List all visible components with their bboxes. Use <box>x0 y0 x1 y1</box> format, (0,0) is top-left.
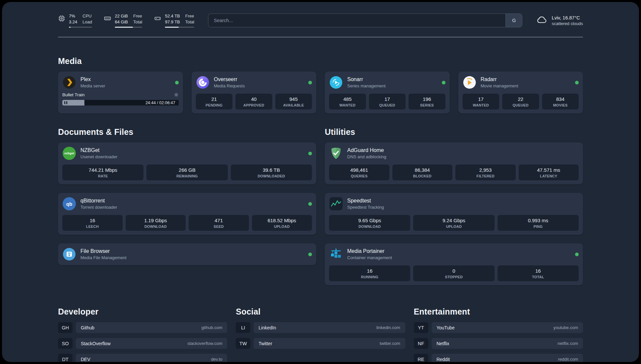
stat-tile: 0.993 ms PING <box>498 215 579 231</box>
utilities-section: Utilities AdGuard Home <box>325 127 583 285</box>
service-link-portainer[interactable]: Media Portainer Container management <box>329 247 579 261</box>
bookmark-netflix[interactable]: NF Netflix netflix.com <box>414 338 583 349</box>
stat-tile: 744.21 Mbps RATE <box>62 165 143 180</box>
service-name: Sonarr <box>347 76 385 82</box>
search-provider-button[interactable]: G <box>505 14 522 27</box>
status-dot <box>308 202 312 206</box>
bookmark-domain: linkedin.com <box>376 325 400 330</box>
service-name: Plex <box>80 76 105 82</box>
weather-condition: scattered clouds <box>552 21 583 26</box>
service-card-nzbget: nzbget NZBGet Usenet downloader 744.21 M… <box>58 142 316 184</box>
disk-progress-track <box>165 27 194 28</box>
service-name: Radarr <box>481 76 518 82</box>
bookmark-group-entertainment: Entertainment YT YouTube youtube.com NF … <box>414 307 583 362</box>
stat-tile: 47.571 ms LATENCY <box>519 165 579 180</box>
service-card-filebrowser: File Browser Media File Management <box>58 243 316 265</box>
search-input[interactable] <box>208 14 505 27</box>
service-link-speedtest[interactable]: Speedtest Speedtest Tracking <box>329 197 579 211</box>
service-link-qbittorrent[interactable]: qb qBittorrent Torrent downloader <box>62 197 312 211</box>
resource-widgets: 7% 3.24 CPU Load <box>58 13 194 28</box>
memory-progress-fill <box>115 27 133 28</box>
bookmark-abbr: NF <box>414 338 428 349</box>
status-dot <box>308 253 312 256</box>
disk-widget: 52.4 TB 97.9 TB Free Total <box>154 13 194 28</box>
disk-total-label: Total <box>185 19 194 25</box>
service-link-radarr[interactable]: Radarr Movie management <box>463 76 579 89</box>
bookmark-abbr: GH <box>58 322 73 333</box>
weather-widget: Lviv, 16.87°C scattered clouds <box>536 14 583 27</box>
cpu-load-value: 3.24 <box>69 19 77 25</box>
service-name: Overseerr <box>214 76 245 82</box>
service-card-plex: Plex Media server Bullet Train <box>58 72 183 113</box>
disk-icon <box>154 15 161 22</box>
service-link-plex[interactable]: Plex Media server <box>62 76 179 89</box>
status-dot <box>575 81 579 84</box>
bookmark-name: Github <box>81 325 94 330</box>
bookmark-name: LinkedIn <box>259 325 276 330</box>
stat-tile: 16 TOTAL <box>498 265 579 281</box>
stat-tile: 39.6 TB DOWNLOADED <box>231 165 312 180</box>
stat-tile: 2,953 FILTERED <box>455 165 516 180</box>
service-card-portainer: Media Portainer Container management 16 … <box>325 243 583 285</box>
gear-icon[interactable] <box>174 92 179 97</box>
stat-tile: 196 SERIES <box>409 94 445 109</box>
bookmark-domain: stackoverflow.com <box>187 341 222 346</box>
sonarr-icon <box>329 76 343 89</box>
stat-tile: 498,461 QUERIES <box>329 165 389 180</box>
service-subtitle: Media File Management <box>80 255 126 260</box>
speedtest-icon <box>329 197 343 211</box>
stat-tile: 471 SEED <box>189 215 249 231</box>
bookmark-domain: netflix.com <box>558 341 578 346</box>
cpu-progress-fill <box>69 27 71 28</box>
bookmark-domain: dev.to <box>211 357 222 362</box>
bookmark-domain: twitter.com <box>380 341 400 346</box>
bookmark-domain: reddit.com <box>558 357 578 362</box>
memory-free-value: 22 GiB <box>115 13 128 19</box>
disk-progress-fill <box>165 27 179 28</box>
bookmark-stackoverflow[interactable]: SO StackOverflow stackoverflow.com <box>58 338 227 349</box>
bookmark-youtube[interactable]: YT YouTube youtube.com <box>414 322 583 333</box>
stat-tile: 17 QUEUED <box>369 94 406 109</box>
stat-tile: 17 WANTED <box>463 94 500 109</box>
service-link-filebrowser[interactable]: File Browser Media File Management <box>62 247 312 261</box>
service-name: NZBGet <box>80 147 117 153</box>
service-subtitle: Media server <box>80 83 105 88</box>
bookmark-github[interactable]: GH Github github.com <box>58 322 227 333</box>
stat-tile: 21 PENDING <box>196 94 233 109</box>
stat-tile: 16 LEECH <box>62 215 123 231</box>
service-subtitle: Media Requests <box>214 83 245 88</box>
weather-location: Lviv, 16.87°C <box>552 15 583 20</box>
service-link-overseerr[interactable]: Overseerr Media Requests <box>196 76 312 89</box>
bookmark-twitter[interactable]: TW Twitter twitter.com <box>236 338 405 349</box>
radarr-icon <box>463 76 476 89</box>
bookmark-domain: github.com <box>201 325 223 330</box>
bookmark-abbr: YT <box>414 322 428 333</box>
service-card-adguard: AdGuard Home DNS and adblocking 498,461 … <box>325 142 583 184</box>
service-link-nzbget[interactable]: nzbget NZBGet Usenet downloader <box>62 146 312 160</box>
overseerr-icon <box>196 76 210 89</box>
service-subtitle: DNS and adblocking <box>347 154 386 159</box>
service-name: qBittorrent <box>80 198 117 204</box>
cpu-widget: 7% 3.24 CPU Load <box>58 13 92 28</box>
service-subtitle: Series management <box>347 83 385 88</box>
bookmark-domain: youtube.com <box>554 325 578 330</box>
stat-tile: 9.65 Gbps DOWNLOAD <box>329 215 410 231</box>
developer-group-title: Developer <box>58 307 227 317</box>
service-link-adguard[interactable]: AdGuard Home DNS and adblocking <box>329 146 579 160</box>
service-link-sonarr[interactable]: Sonarr Series management <box>329 76 445 89</box>
bookmark-name: Reddit <box>437 357 450 362</box>
pause-icon[interactable] <box>64 100 67 106</box>
disk-total-value: 97.9 TB <box>165 19 180 25</box>
disk-free-value: 52.4 TB <box>165 13 180 19</box>
bookmark-dev[interactable]: DT DEV dev.to <box>58 354 227 362</box>
service-name: Media Portainer <box>347 248 392 254</box>
stat-tile: 22 QUEUED <box>502 94 539 109</box>
bookmark-linkedin[interactable]: LI LinkedIn linkedin.com <box>236 322 405 333</box>
filebrowser-icon <box>62 247 76 261</box>
topbar-divider <box>58 37 583 37</box>
bookmark-name: DEV <box>81 357 90 362</box>
nzbget-icon: nzbget <box>62 146 76 160</box>
load-label: Load <box>82 19 92 25</box>
stat-tile: 1.19 Gbps DOWNLOAD <box>126 215 186 231</box>
bookmark-reddit[interactable]: RE Reddit reddit.com <box>414 354 583 362</box>
